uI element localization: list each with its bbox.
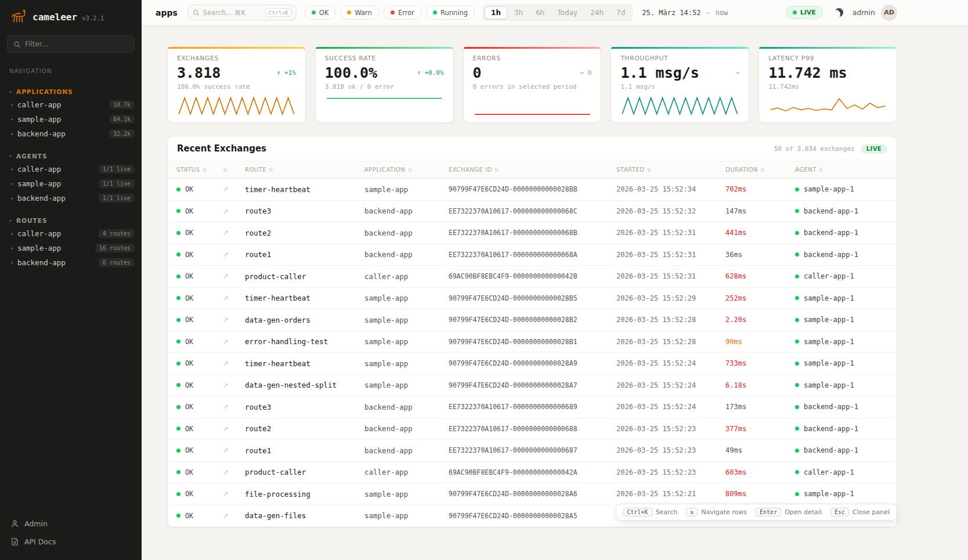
- column-header-open[interactable]: ⇅: [223, 162, 245, 178]
- sidebar-filter[interactable]: [7, 35, 135, 53]
- cell-exchange-id: EE7322370A10617-0000000000000687: [449, 446, 616, 454]
- time-range-24h[interactable]: 24h: [584, 7, 609, 19]
- open-detail-icon[interactable]: ↗: [223, 251, 229, 259]
- kpi-subtext: 100.0% success rate: [177, 83, 296, 91]
- time-range-6h[interactable]: 6h: [530, 7, 550, 19]
- table-row[interactable]: OK ↗ route3 backend-app EE7322370A10617-…: [168, 201, 897, 223]
- column-header-agent[interactable]: AGENT ⇅: [795, 161, 897, 178]
- cell-started: 2026-03-25 15:52:24: [616, 403, 725, 411]
- panel-live-badge[interactable]: LIVE: [861, 144, 887, 154]
- logo[interactable]: cameleer v3.2.1: [0, 0, 142, 32]
- sidebar-footer-api-docs[interactable]: API Docs: [0, 533, 142, 551]
- agent-live-dot: [795, 296, 799, 300]
- column-header-status[interactable]: STATUS ⇅: [176, 161, 223, 178]
- open-detail-icon[interactable]: ↗: [223, 381, 229, 389]
- status-ok-dot: [176, 514, 180, 518]
- table-row[interactable]: OK ↗ error-handling-test sample-app 9079…: [168, 331, 897, 353]
- dark-mode-toggle[interactable]: [832, 6, 846, 19]
- hint-open-detail: Enter Open detail: [756, 508, 822, 516]
- open-detail-icon[interactable]: ↗: [223, 512, 229, 520]
- column-header-started[interactable]: STARTED ⇅: [616, 161, 725, 178]
- agent-live-dot: [795, 318, 799, 322]
- cell-open: ↗: [223, 490, 245, 498]
- filter-chip-ok[interactable]: OK: [305, 6, 336, 20]
- table-row[interactable]: OK ↗ timer-heartbeat sample-app 90799F47…: [168, 179, 897, 201]
- open-detail-icon[interactable]: ↗: [223, 294, 229, 302]
- table-row[interactable]: OK ↗ timer-heartbeat sample-app 90799F47…: [168, 353, 897, 375]
- column-header-duration[interactable]: DURATION ⇅: [725, 161, 795, 178]
- column-label: STARTED: [616, 167, 644, 173]
- kpi-card-errors[interactable]: ERRORS 0 → 0 0 errors in selected period: [463, 46, 602, 123]
- sidebar-nav: ▾ APPLICATIONS ▸ caller-app 10.7k ▸ samp…: [0, 77, 142, 270]
- open-detail-icon[interactable]: ↗: [223, 359, 229, 367]
- open-detail-icon[interactable]: ↗: [223, 490, 229, 498]
- sidebar-section-header-applications[interactable]: ▾ APPLICATIONS: [0, 86, 142, 97]
- sidebar-item-applications-backend-app[interactable]: ▸ backend-app 32.2k: [0, 127, 142, 141]
- cell-started: 2026-03-25 15:52:31: [616, 272, 725, 280]
- open-detail-icon[interactable]: ↗: [223, 185, 229, 193]
- sidebar-item-agents-caller-app[interactable]: ▸ caller-app 1/1 live: [0, 162, 142, 176]
- open-detail-icon[interactable]: ↗: [223, 446, 229, 454]
- chevron-right-icon: ▸: [11, 260, 13, 265]
- sidebar-item-agents-backend-app[interactable]: ▸ backend-app 1/1 live: [0, 191, 142, 205]
- column-header-route[interactable]: ROUTE ⇅: [245, 161, 364, 178]
- sidebar-item-routes-backend-app[interactable]: ▸ backend-app 6 routes: [0, 255, 142, 270]
- kpi-card-throughput[interactable]: THROUGHPUT 1.1 msg/s → 1.1 msg/s: [611, 46, 749, 123]
- time-range-1h[interactable]: 1h: [485, 6, 507, 19]
- table-row[interactable]: OK ↗ product-caller caller-app 69AC90BF8…: [168, 266, 897, 288]
- agent-live-dot: [795, 427, 799, 431]
- time-range-3h[interactable]: 3h: [508, 7, 529, 19]
- table-row[interactable]: OK ↗ route2 backend-app EE7322370A10617-…: [168, 418, 897, 440]
- avatar[interactable]: AD: [881, 5, 897, 21]
- cell-duration: 252ms: [725, 294, 795, 302]
- open-detail-icon[interactable]: ↗: [223, 229, 229, 237]
- time-range-7d[interactable]: 7d: [611, 7, 631, 19]
- sidebar-section-header-agents[interactable]: ▾ AGENTS: [0, 150, 142, 162]
- chevron-right-icon: ▸: [11, 131, 13, 136]
- open-detail-icon[interactable]: ↗: [223, 207, 229, 215]
- status-text: OK: [185, 272, 193, 280]
- column-header-exchange-id[interactable]: EXCHANGE ID ⇅: [449, 161, 616, 178]
- time-range-display[interactable]: 25. März 14:52 — now: [642, 9, 728, 17]
- table-row[interactable]: OK ↗ product-caller caller-app 69AC90BF8…: [168, 462, 897, 484]
- status-text: OK: [185, 425, 193, 433]
- open-detail-icon[interactable]: ↗: [223, 272, 229, 280]
- open-detail-icon[interactable]: ↗: [223, 338, 229, 346]
- table-row[interactable]: OK ↗ route2 backend-app EE7322370A10617-…: [168, 222, 897, 244]
- cell-application: caller-app: [364, 272, 449, 281]
- table-row[interactable]: OK ↗ route3 backend-app EE7322370A10617-…: [168, 396, 897, 418]
- sidebar-item-routes-sample-app[interactable]: ▸ sample-app 16 routes: [0, 241, 142, 255]
- column-header-application[interactable]: APPLICATION ⇅: [364, 161, 449, 178]
- search-input[interactable]: [203, 9, 262, 17]
- table-row[interactable]: OK ↗ data-gen-orders sample-app 90799F47…: [168, 309, 897, 331]
- sidebar-footer-admin[interactable]: Admin: [0, 515, 142, 533]
- table-row[interactable]: OK ↗ data-gen-nested-split sample-app 90…: [168, 375, 897, 397]
- filter-chip-running[interactable]: Running: [426, 6, 475, 20]
- sort-icon: ⇅: [269, 167, 273, 173]
- sidebar-item-agents-sample-app[interactable]: ▸ sample-app 1/1 live: [0, 176, 142, 191]
- live-toggle[interactable]: LIVE: [786, 6, 823, 19]
- global-search[interactable]: Ctrl+K: [188, 5, 297, 20]
- table-row[interactable]: OK ↗ route1 backend-app EE7322370A10617-…: [168, 440, 897, 462]
- filter-input[interactable]: [25, 40, 128, 48]
- kpi-card-success-rate[interactable]: SUCCESS RATE 100.0% ↑ +0.0% 3.818 ok / 0…: [315, 46, 454, 123]
- open-detail-icon[interactable]: ↗: [223, 425, 229, 433]
- open-detail-icon[interactable]: ↗: [223, 468, 229, 476]
- sidebar-item-badge: 10.7k: [109, 100, 135, 109]
- open-detail-icon[interactable]: ↗: [223, 316, 229, 324]
- sidebar-item-routes-caller-app[interactable]: ▸ caller-app 4 routes: [0, 226, 142, 241]
- table-row[interactable]: OK ↗ timer-heartbeat sample-app 90799F47…: [168, 288, 897, 310]
- table-row[interactable]: OK ↗ route1 backend-app EE7322370A10617-…: [168, 244, 897, 266]
- filter-chip-warn[interactable]: Warn: [340, 6, 379, 20]
- time-range-today[interactable]: Today: [551, 7, 583, 19]
- kpi-card-exchanges[interactable]: EXCHANGES 3.818 ↑ +1% 100.0% success rat…: [167, 46, 306, 123]
- status-text: OK: [185, 512, 193, 520]
- sidebar-item-applications-caller-app[interactable]: ▸ caller-app 10.7k: [0, 97, 142, 112]
- kpi-card-latency-p99[interactable]: LATENCY P99 11.742 ms 11.742ms: [758, 46, 897, 123]
- open-detail-icon[interactable]: ↗: [223, 403, 229, 411]
- table-row[interactable]: OK ↗ file-processing sample-app 90799F47…: [168, 483, 897, 505]
- sidebar-item-applications-sample-app[interactable]: ▸ sample-app 84.1k: [0, 112, 142, 127]
- cell-open: ↗: [223, 294, 245, 302]
- filter-chip-error[interactable]: Error: [384, 6, 421, 20]
- sidebar-section-header-routes[interactable]: ▾ ROUTES: [0, 215, 142, 226]
